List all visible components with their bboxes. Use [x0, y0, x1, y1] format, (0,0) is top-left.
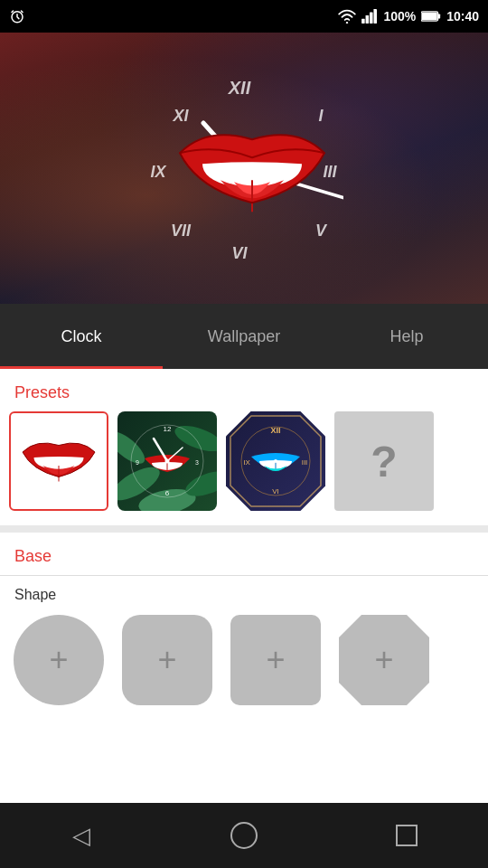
- svg-point-38: [165, 459, 170, 464]
- nav-home-button[interactable]: [217, 808, 271, 863]
- alarm-icon: [9, 8, 25, 24]
- signal-icon: [361, 9, 378, 24]
- shape-rounded-item[interactable]: +: [117, 610, 217, 710]
- svg-text:9: 9: [136, 459, 139, 466]
- svg-rect-7: [422, 13, 437, 20]
- svg-text:IX: IX: [150, 163, 166, 181]
- svg-text:IX: IX: [243, 458, 250, 467]
- shape-squircle-plus: +: [266, 644, 285, 676]
- svg-point-46: [274, 459, 277, 463]
- rolling-stones-logo: [171, 99, 333, 243]
- svg-rect-8: [438, 14, 441, 18]
- tabs-container: Clock Wallpaper Help: [0, 304, 488, 369]
- svg-text:XII: XII: [228, 78, 251, 98]
- preset-item-3[interactable]: XII III VI IX: [226, 411, 325, 511]
- svg-rect-4: [370, 13, 373, 24]
- status-bar: 100% 10:40: [0, 0, 488, 33]
- presets-section: Presets: [0, 369, 488, 525]
- nav-back-button[interactable]: ◁: [54, 808, 108, 863]
- preset-lips-1: [18, 420, 99, 502]
- presets-row: 12 3 6 9: [0, 411, 488, 525]
- battery-percent: 100%: [383, 9, 416, 24]
- nav-recent-button[interactable]: [380, 808, 434, 863]
- svg-point-1: [346, 22, 348, 24]
- recent-icon: [396, 825, 418, 846]
- preset-item-2[interactable]: 12 3 6 9: [117, 411, 217, 511]
- shape-octagon-item[interactable]: +: [334, 610, 434, 710]
- shape-rounded: +: [122, 615, 212, 705]
- svg-text:VI: VI: [272, 487, 279, 495]
- shape-circle: +: [14, 615, 104, 705]
- svg-text:3: 3: [195, 459, 199, 466]
- shape-label: Shape: [0, 576, 488, 610]
- svg-rect-2: [361, 19, 365, 24]
- preset-2-clock: 12 3 6 9: [117, 411, 217, 511]
- svg-rect-3: [366, 15, 370, 24]
- wifi-icon: [338, 9, 356, 24]
- back-icon: ◁: [72, 822, 90, 850]
- svg-text:XII: XII: [270, 426, 280, 435]
- tab-clock[interactable]: Clock: [0, 304, 163, 369]
- shapes-row: + + + +: [0, 610, 488, 724]
- shape-circle-plus: +: [49, 644, 68, 676]
- preset-3-content: XII III VI IX: [226, 411, 325, 511]
- presets-title: Presets: [0, 369, 488, 411]
- tab-help[interactable]: Help: [325, 304, 488, 369]
- nav-bar: ◁: [0, 803, 488, 868]
- shape-rounded-plus: +: [157, 644, 176, 676]
- base-section: Base Shape + + +: [0, 533, 488, 724]
- shape-squircle-item[interactable]: +: [226, 610, 325, 710]
- shape-circle-item[interactable]: +: [9, 610, 108, 710]
- svg-text:III: III: [302, 458, 308, 467]
- main-content: Presets: [0, 369, 488, 803]
- base-title: Base: [0, 533, 488, 575]
- status-time: 10:40: [446, 9, 479, 24]
- preset-item-1[interactable]: [9, 411, 108, 511]
- preset-item-4[interactable]: ?: [334, 411, 434, 511]
- section-divider: [0, 525, 488, 533]
- svg-rect-5: [374, 9, 378, 24]
- status-right-icons: 100% 10:40: [338, 9, 479, 24]
- clock-face: XII I XI III IX V VII VI: [145, 69, 343, 268]
- svg-text:6: 6: [165, 489, 170, 497]
- svg-text:12: 12: [164, 425, 172, 433]
- battery-icon: [421, 10, 441, 23]
- shape-octagon: +: [339, 615, 429, 705]
- shape-octagon-plus: +: [374, 644, 393, 676]
- hero-preview: XII I XI III IX V VII VI: [0, 33, 488, 304]
- shape-squircle: +: [230, 615, 321, 705]
- status-left-icons: [9, 8, 25, 24]
- tab-wallpaper[interactable]: Wallpaper: [163, 304, 325, 369]
- home-icon: [230, 822, 258, 849]
- question-icon: ?: [371, 437, 397, 486]
- svg-text:VI: VI: [231, 244, 248, 262]
